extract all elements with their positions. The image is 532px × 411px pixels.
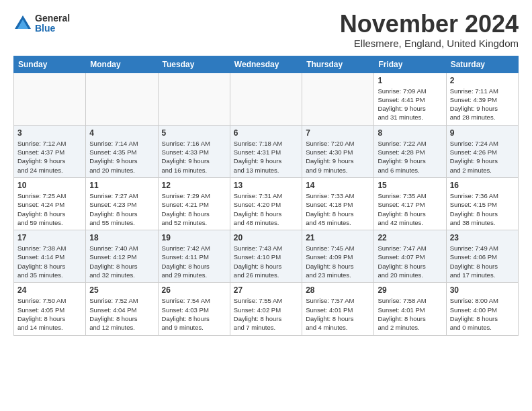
day-number: 5 (162, 128, 226, 138)
location: Ellesmere, England, United Kingdom (340, 38, 519, 49)
day-number: 6 (234, 128, 298, 138)
calendar-cell: 22Sunrise: 7:47 AM Sunset: 4:07 PM Dayli… (374, 230, 446, 283)
day-number: 2 (450, 76, 515, 85)
col-saturday: Saturday (446, 56, 518, 73)
day-number: 23 (450, 233, 515, 242)
calendar-cell: 19Sunrise: 7:42 AM Sunset: 4:11 PM Dayli… (158, 230, 230, 283)
col-tuesday: Tuesday (158, 56, 230, 73)
calendar-cell (230, 73, 302, 125)
calendar-cell: 29Sunrise: 7:58 AM Sunset: 4:01 PM Dayli… (374, 283, 446, 335)
calendar-cell: 15Sunrise: 7:35 AM Sunset: 4:17 PM Dayli… (374, 177, 446, 230)
day-info: Sunrise: 7:29 AM Sunset: 4:21 PM Dayligh… (162, 191, 226, 227)
col-friday: Friday (374, 56, 446, 73)
title-section: November 2024 Ellesmere, England, United… (340, 11, 519, 49)
day-info: Sunrise: 7:27 AM Sunset: 4:23 PM Dayligh… (89, 191, 154, 227)
day-info: Sunrise: 7:57 AM Sunset: 4:01 PM Dayligh… (306, 296, 370, 332)
day-number: 30 (450, 285, 515, 295)
calendar-cell: 27Sunrise: 7:55 AM Sunset: 4:02 PM Dayli… (230, 283, 302, 335)
logo-text: General Blue (35, 13, 70, 34)
calendar-week-4: 17Sunrise: 7:38 AM Sunset: 4:14 PM Dayli… (14, 230, 519, 283)
calendar-week-3: 10Sunrise: 7:25 AM Sunset: 4:24 PM Dayli… (14, 177, 519, 230)
day-info: Sunrise: 7:33 AM Sunset: 4:18 PM Dayligh… (306, 191, 370, 227)
calendar-week-5: 24Sunrise: 7:50 AM Sunset: 4:05 PM Dayli… (14, 283, 519, 335)
day-info: Sunrise: 7:40 AM Sunset: 4:12 PM Dayligh… (89, 244, 154, 279)
calendar-cell: 4Sunrise: 7:14 AM Sunset: 4:35 PM Daylig… (86, 125, 158, 177)
calendar-cell: 9Sunrise: 7:24 AM Sunset: 4:26 PM Daylig… (446, 125, 518, 177)
day-info: Sunrise: 7:22 AM Sunset: 4:28 PM Dayligh… (378, 139, 442, 175)
day-number: 3 (17, 128, 82, 138)
day-number: 14 (306, 181, 370, 190)
day-number: 13 (234, 181, 298, 190)
calendar-cell: 26Sunrise: 7:54 AM Sunset: 4:03 PM Dayli… (158, 283, 230, 335)
calendar-cell: 3Sunrise: 7:12 AM Sunset: 4:37 PM Daylig… (14, 125, 86, 177)
calendar-cell: 10Sunrise: 7:25 AM Sunset: 4:24 PM Dayli… (14, 177, 86, 230)
calendar-cell (14, 73, 86, 125)
calendar-cell: 16Sunrise: 7:36 AM Sunset: 4:15 PM Dayli… (446, 177, 518, 230)
calendar-cell: 12Sunrise: 7:29 AM Sunset: 4:21 PM Dayli… (158, 177, 230, 230)
day-number: 17 (17, 233, 82, 242)
calendar-cell: 30Sunrise: 8:00 AM Sunset: 4:00 PM Dayli… (446, 283, 518, 335)
calendar-table: Sunday Monday Tuesday Wednesday Thursday… (13, 56, 519, 336)
calendar-cell: 20Sunrise: 7:43 AM Sunset: 4:10 PM Dayli… (230, 230, 302, 283)
day-number: 19 (162, 233, 226, 242)
day-number: 7 (306, 128, 370, 138)
calendar-cell (302, 73, 374, 125)
day-number: 1 (378, 76, 442, 85)
day-info: Sunrise: 7:09 AM Sunset: 4:41 PM Dayligh… (378, 87, 442, 122)
calendar-cell: 25Sunrise: 7:52 AM Sunset: 4:04 PM Dayli… (86, 283, 158, 335)
calendar-week-2: 3Sunrise: 7:12 AM Sunset: 4:37 PM Daylig… (14, 125, 519, 177)
calendar-cell: 7Sunrise: 7:20 AM Sunset: 4:30 PM Daylig… (302, 125, 374, 177)
day-info: Sunrise: 7:20 AM Sunset: 4:30 PM Dayligh… (306, 139, 370, 175)
day-number: 28 (306, 285, 370, 295)
day-number: 11 (89, 181, 154, 190)
day-info: Sunrise: 7:16 AM Sunset: 4:33 PM Dayligh… (162, 139, 226, 175)
day-number: 20 (234, 233, 298, 242)
day-number: 22 (378, 233, 442, 242)
calendar-cell: 13Sunrise: 7:31 AM Sunset: 4:20 PM Dayli… (230, 177, 302, 230)
day-info: Sunrise: 7:36 AM Sunset: 4:15 PM Dayligh… (450, 191, 515, 227)
logo-general: General (35, 13, 70, 24)
day-number: 24 (17, 285, 82, 295)
calendar-week-1: 1Sunrise: 7:09 AM Sunset: 4:41 PM Daylig… (14, 73, 519, 125)
day-number: 15 (378, 181, 442, 190)
logo-icon (13, 14, 32, 33)
calendar-cell: 14Sunrise: 7:33 AM Sunset: 4:18 PM Dayli… (302, 177, 374, 230)
day-number: 16 (450, 181, 515, 190)
calendar-cell: 11Sunrise: 7:27 AM Sunset: 4:23 PM Dayli… (86, 177, 158, 230)
day-number: 12 (162, 181, 226, 190)
day-info: Sunrise: 7:38 AM Sunset: 4:14 PM Dayligh… (17, 244, 82, 279)
day-info: Sunrise: 7:42 AM Sunset: 4:11 PM Dayligh… (162, 244, 226, 279)
day-info: Sunrise: 7:45 AM Sunset: 4:09 PM Dayligh… (306, 244, 370, 279)
day-info: Sunrise: 7:47 AM Sunset: 4:07 PM Dayligh… (378, 244, 442, 279)
calendar-cell: 18Sunrise: 7:40 AM Sunset: 4:12 PM Dayli… (86, 230, 158, 283)
day-info: Sunrise: 7:31 AM Sunset: 4:20 PM Dayligh… (234, 191, 298, 227)
day-info: Sunrise: 7:25 AM Sunset: 4:24 PM Dayligh… (17, 191, 82, 227)
col-thursday: Thursday (302, 56, 374, 73)
day-number: 10 (17, 181, 82, 190)
day-info: Sunrise: 7:50 AM Sunset: 4:05 PM Dayligh… (17, 296, 82, 332)
day-info: Sunrise: 7:43 AM Sunset: 4:10 PM Dayligh… (234, 244, 298, 279)
day-info: Sunrise: 7:24 AM Sunset: 4:26 PM Dayligh… (450, 139, 515, 175)
day-number: 18 (89, 233, 154, 242)
logo-blue: Blue (35, 24, 70, 34)
day-info: Sunrise: 7:54 AM Sunset: 4:03 PM Dayligh… (162, 296, 226, 332)
calendar-cell: 28Sunrise: 7:57 AM Sunset: 4:01 PM Dayli… (302, 283, 374, 335)
header: General Blue November 2024 Ellesmere, En… (13, 11, 519, 49)
header-row: Sunday Monday Tuesday Wednesday Thursday… (14, 56, 519, 73)
month-title: November 2024 (340, 11, 519, 38)
calendar-cell: 21Sunrise: 7:45 AM Sunset: 4:09 PM Dayli… (302, 230, 374, 283)
day-number: 9 (450, 128, 515, 138)
day-info: Sunrise: 7:18 AM Sunset: 4:31 PM Dayligh… (234, 139, 298, 175)
day-number: 29 (378, 285, 442, 295)
day-info: Sunrise: 7:12 AM Sunset: 4:37 PM Dayligh… (17, 139, 82, 175)
logo: General Blue (13, 13, 70, 34)
calendar-cell: 24Sunrise: 7:50 AM Sunset: 4:05 PM Dayli… (14, 283, 86, 335)
calendar-cell: 8Sunrise: 7:22 AM Sunset: 4:28 PM Daylig… (374, 125, 446, 177)
calendar-cell: 5Sunrise: 7:16 AM Sunset: 4:33 PM Daylig… (158, 125, 230, 177)
calendar-cell: 17Sunrise: 7:38 AM Sunset: 4:14 PM Dayli… (14, 230, 86, 283)
col-sunday: Sunday (14, 56, 86, 73)
col-wednesday: Wednesday (230, 56, 302, 73)
day-number: 8 (378, 128, 442, 138)
day-number: 4 (89, 128, 154, 138)
day-info: Sunrise: 7:14 AM Sunset: 4:35 PM Dayligh… (89, 139, 154, 175)
